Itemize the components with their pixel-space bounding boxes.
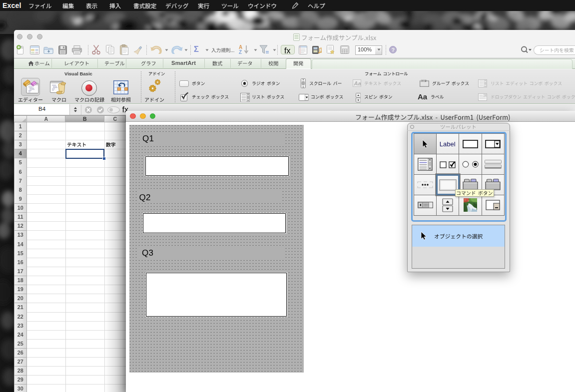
svg-text:XYZ: XYZ [421, 79, 427, 82]
svg-text:Z: Z [239, 49, 242, 55]
